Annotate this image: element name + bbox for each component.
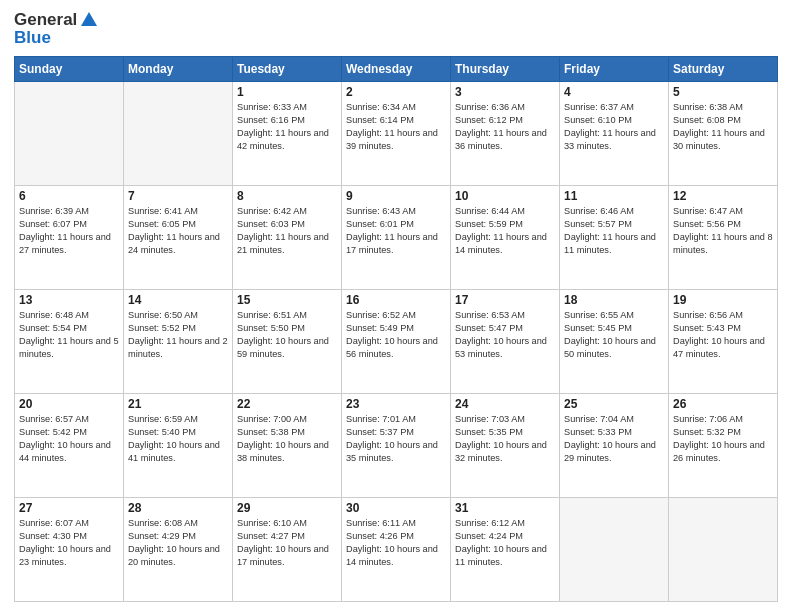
day-info: Sunrise: 6:53 AMSunset: 5:47 PMDaylight:… [455, 309, 555, 361]
calendar-table: SundayMondayTuesdayWednesdayThursdayFrid… [14, 56, 778, 602]
day-number: 27 [19, 501, 119, 515]
calendar-cell: 10Sunrise: 6:44 AMSunset: 5:59 PMDayligh… [451, 186, 560, 290]
day-number: 24 [455, 397, 555, 411]
calendar-header-friday: Friday [560, 57, 669, 82]
day-info: Sunrise: 6:56 AMSunset: 5:43 PMDaylight:… [673, 309, 773, 361]
day-number: 29 [237, 501, 337, 515]
day-number: 19 [673, 293, 773, 307]
day-info: Sunrise: 6:34 AMSunset: 6:14 PMDaylight:… [346, 101, 446, 153]
calendar-cell: 15Sunrise: 6:51 AMSunset: 5:50 PMDayligh… [233, 290, 342, 394]
day-info: Sunrise: 6:52 AMSunset: 5:49 PMDaylight:… [346, 309, 446, 361]
calendar-cell: 19Sunrise: 6:56 AMSunset: 5:43 PMDayligh… [669, 290, 778, 394]
day-number: 22 [237, 397, 337, 411]
day-info: Sunrise: 7:03 AMSunset: 5:35 PMDaylight:… [455, 413, 555, 465]
calendar-header-row: SundayMondayTuesdayWednesdayThursdayFrid… [15, 57, 778, 82]
calendar-header-wednesday: Wednesday [342, 57, 451, 82]
day-number: 20 [19, 397, 119, 411]
calendar-cell: 8Sunrise: 6:42 AMSunset: 6:03 PMDaylight… [233, 186, 342, 290]
calendar-cell: 7Sunrise: 6:41 AMSunset: 6:05 PMDaylight… [124, 186, 233, 290]
calendar-week-4: 27Sunrise: 6:07 AMSunset: 4:30 PMDayligh… [15, 498, 778, 602]
calendar-cell: 29Sunrise: 6:10 AMSunset: 4:27 PMDayligh… [233, 498, 342, 602]
calendar-cell: 18Sunrise: 6:55 AMSunset: 5:45 PMDayligh… [560, 290, 669, 394]
calendar-header-monday: Monday [124, 57, 233, 82]
day-number: 7 [128, 189, 228, 203]
day-number: 8 [237, 189, 337, 203]
day-info: Sunrise: 6:51 AMSunset: 5:50 PMDaylight:… [237, 309, 337, 361]
day-info: Sunrise: 7:01 AMSunset: 5:37 PMDaylight:… [346, 413, 446, 465]
day-number: 28 [128, 501, 228, 515]
calendar-cell: 21Sunrise: 6:59 AMSunset: 5:40 PMDayligh… [124, 394, 233, 498]
calendar-cell: 11Sunrise: 6:46 AMSunset: 5:57 PMDayligh… [560, 186, 669, 290]
day-number: 16 [346, 293, 446, 307]
day-number: 31 [455, 501, 555, 515]
day-number: 23 [346, 397, 446, 411]
calendar-week-0: 1Sunrise: 6:33 AMSunset: 6:16 PMDaylight… [15, 82, 778, 186]
calendar-cell: 2Sunrise: 6:34 AMSunset: 6:14 PMDaylight… [342, 82, 451, 186]
day-info: Sunrise: 6:57 AMSunset: 5:42 PMDaylight:… [19, 413, 119, 465]
logo: General Blue [14, 10, 99, 48]
day-number: 3 [455, 85, 555, 99]
day-info: Sunrise: 6:50 AMSunset: 5:52 PMDaylight:… [128, 309, 228, 361]
calendar-cell [15, 82, 124, 186]
day-info: Sunrise: 6:07 AMSunset: 4:30 PMDaylight:… [19, 517, 119, 569]
day-info: Sunrise: 6:11 AMSunset: 4:26 PMDaylight:… [346, 517, 446, 569]
calendar-cell [124, 82, 233, 186]
day-number: 4 [564, 85, 664, 99]
day-number: 21 [128, 397, 228, 411]
day-number: 26 [673, 397, 773, 411]
calendar-header-thursday: Thursday [451, 57, 560, 82]
calendar-cell: 24Sunrise: 7:03 AMSunset: 5:35 PMDayligh… [451, 394, 560, 498]
calendar-cell: 30Sunrise: 6:11 AMSunset: 4:26 PMDayligh… [342, 498, 451, 602]
day-info: Sunrise: 6:48 AMSunset: 5:54 PMDaylight:… [19, 309, 119, 361]
logo-icon [79, 10, 99, 30]
day-info: Sunrise: 6:43 AMSunset: 6:01 PMDaylight:… [346, 205, 446, 257]
calendar-cell: 22Sunrise: 7:00 AMSunset: 5:38 PMDayligh… [233, 394, 342, 498]
calendar-cell: 16Sunrise: 6:52 AMSunset: 5:49 PMDayligh… [342, 290, 451, 394]
logo-blue-text: Blue [14, 28, 51, 48]
day-info: Sunrise: 6:39 AMSunset: 6:07 PMDaylight:… [19, 205, 119, 257]
calendar-cell: 4Sunrise: 6:37 AMSunset: 6:10 PMDaylight… [560, 82, 669, 186]
calendar-cell: 20Sunrise: 6:57 AMSunset: 5:42 PMDayligh… [15, 394, 124, 498]
day-info: Sunrise: 6:38 AMSunset: 6:08 PMDaylight:… [673, 101, 773, 153]
calendar-cell: 12Sunrise: 6:47 AMSunset: 5:56 PMDayligh… [669, 186, 778, 290]
day-info: Sunrise: 6:59 AMSunset: 5:40 PMDaylight:… [128, 413, 228, 465]
day-info: Sunrise: 6:44 AMSunset: 5:59 PMDaylight:… [455, 205, 555, 257]
calendar-cell: 5Sunrise: 6:38 AMSunset: 6:08 PMDaylight… [669, 82, 778, 186]
day-info: Sunrise: 6:08 AMSunset: 4:29 PMDaylight:… [128, 517, 228, 569]
day-number: 15 [237, 293, 337, 307]
svg-marker-0 [81, 12, 97, 26]
day-number: 18 [564, 293, 664, 307]
day-info: Sunrise: 6:55 AMSunset: 5:45 PMDaylight:… [564, 309, 664, 361]
calendar-cell: 28Sunrise: 6:08 AMSunset: 4:29 PMDayligh… [124, 498, 233, 602]
day-info: Sunrise: 6:46 AMSunset: 5:57 PMDaylight:… [564, 205, 664, 257]
day-number: 30 [346, 501, 446, 515]
calendar-cell: 9Sunrise: 6:43 AMSunset: 6:01 PMDaylight… [342, 186, 451, 290]
day-info: Sunrise: 6:41 AMSunset: 6:05 PMDaylight:… [128, 205, 228, 257]
day-number: 12 [673, 189, 773, 203]
day-info: Sunrise: 7:04 AMSunset: 5:33 PMDaylight:… [564, 413, 664, 465]
calendar-header-tuesday: Tuesday [233, 57, 342, 82]
calendar-cell: 31Sunrise: 6:12 AMSunset: 4:24 PMDayligh… [451, 498, 560, 602]
day-info: Sunrise: 7:00 AMSunset: 5:38 PMDaylight:… [237, 413, 337, 465]
day-info: Sunrise: 6:47 AMSunset: 5:56 PMDaylight:… [673, 205, 773, 257]
day-number: 1 [237, 85, 337, 99]
day-info: Sunrise: 6:42 AMSunset: 6:03 PMDaylight:… [237, 205, 337, 257]
calendar-week-1: 6Sunrise: 6:39 AMSunset: 6:07 PMDaylight… [15, 186, 778, 290]
day-info: Sunrise: 6:33 AMSunset: 6:16 PMDaylight:… [237, 101, 337, 153]
day-number: 25 [564, 397, 664, 411]
day-number: 9 [346, 189, 446, 203]
calendar-cell: 14Sunrise: 6:50 AMSunset: 5:52 PMDayligh… [124, 290, 233, 394]
calendar-cell: 1Sunrise: 6:33 AMSunset: 6:16 PMDaylight… [233, 82, 342, 186]
day-info: Sunrise: 6:10 AMSunset: 4:27 PMDaylight:… [237, 517, 337, 569]
calendar-cell: 13Sunrise: 6:48 AMSunset: 5:54 PMDayligh… [15, 290, 124, 394]
logo-general-text: General [14, 10, 77, 30]
calendar-cell: 6Sunrise: 6:39 AMSunset: 6:07 PMDaylight… [15, 186, 124, 290]
calendar-cell: 3Sunrise: 6:36 AMSunset: 6:12 PMDaylight… [451, 82, 560, 186]
day-number: 5 [673, 85, 773, 99]
calendar-cell [560, 498, 669, 602]
calendar-cell: 25Sunrise: 7:04 AMSunset: 5:33 PMDayligh… [560, 394, 669, 498]
day-number: 6 [19, 189, 119, 203]
day-number: 10 [455, 189, 555, 203]
page: General Blue SundayMondayTuesdayWednesda… [0, 0, 792, 612]
day-info: Sunrise: 6:37 AMSunset: 6:10 PMDaylight:… [564, 101, 664, 153]
